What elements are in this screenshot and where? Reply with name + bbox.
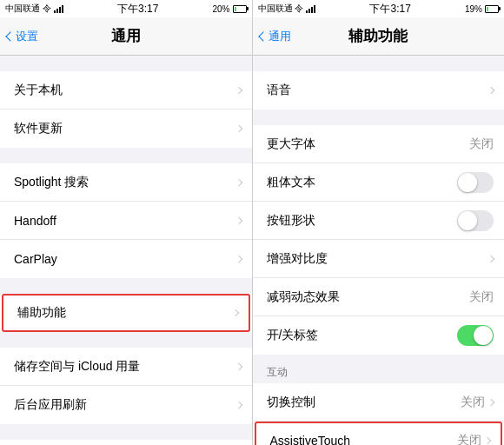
right-item-contrast[interactable]: 增强对比度 [253, 240, 505, 278]
right-section-voice: 语音 [253, 71, 505, 110]
right-item-reducemotion-right: 关闭 [469, 289, 494, 305]
right-item-assistivetouch-label: AssistiveTouch [270, 434, 351, 445]
right-panel: 中国联通 令 下午3:17 19% 通用 辅助功能 [253, 0, 505, 445]
left-list-section-3: 辅助功能 [0, 294, 252, 332]
right-item-fontsize-value: 关闭 [469, 136, 494, 152]
right-item-buttonshape[interactable]: 按钮形状 [253, 202, 505, 240]
left-item-about-right [236, 88, 242, 93]
signal-bar-1 [306, 10, 308, 13]
right-item-assistivetouch[interactable]: AssistiveTouch 关闭 [255, 422, 503, 445]
signal-bar-4 [314, 5, 315, 13]
left-list-section-1: 关于本机 软件更新 [0, 71, 252, 148]
signal-bar-3 [59, 7, 61, 13]
right-section-display: 更大字体 关闭 粗体文本 按钮形状 [253, 125, 505, 355]
chevron-right-icon [235, 402, 242, 408]
right-item-voice-label: 语音 [267, 83, 291, 98]
signal-bar-2 [308, 9, 310, 13]
right-item-voice-right [488, 88, 494, 93]
left-item-update-label: 软件更新 [14, 121, 63, 136]
right-item-fontsize[interactable]: 更大字体 关闭 [253, 125, 505, 163]
left-back-label: 设置 [16, 29, 38, 44]
right-item-contrast-label: 增强对比度 [267, 251, 328, 267]
left-status-left: 中国联通 令 [5, 3, 63, 15]
left-signal [54, 5, 63, 13]
left-gap-top [0, 56, 252, 71]
left-item-carplay-label: CarPlay [14, 252, 57, 266]
right-boldtext-toggle[interactable] [457, 172, 494, 193]
left-item-handoff[interactable]: Handoff [0, 202, 252, 240]
left-item-carplay-right [236, 256, 242, 262]
right-item-buttonshape-label: 按钮形状 [267, 213, 315, 229]
chevron-right-icon [235, 125, 242, 132]
right-time: 下午3:17 [369, 2, 410, 17]
right-status-right: 19% [465, 4, 499, 14]
left-item-bgrefresh[interactable]: 后台应用刷新 [0, 386, 252, 424]
right-item-voice[interactable]: 语音 [253, 71, 505, 110]
right-item-boldtext-right [457, 172, 494, 193]
right-gap-top [253, 56, 505, 71]
right-item-assistivetouch-value: 关闭 [457, 433, 481, 445]
right-item-switchcontrol[interactable]: 切换控制 关闭 [253, 383, 505, 422]
left-status-right: 20% [212, 4, 246, 14]
left-list-section-5: 访问限制 关闭 [0, 440, 252, 445]
right-item-reducemotion-label: 减弱动态效果 [267, 289, 340, 305]
signal-bar-4 [62, 5, 63, 13]
right-status-bar: 中国联通 令 下午3:17 19% [253, 0, 505, 17]
chevron-right-icon [484, 437, 491, 444]
left-back-button[interactable]: 设置 [7, 29, 38, 44]
chevron-right-icon [487, 87, 494, 94]
chevron-right-icon [235, 256, 242, 262]
left-nav-bar: 设置 通用 [0, 17, 252, 56]
chevron-right-icon [235, 178, 242, 185]
right-nav-bar: 通用 辅助功能 [253, 17, 505, 56]
left-nav-title: 通用 [111, 26, 141, 46]
right-item-buttonshape-right [457, 210, 494, 231]
right-battery-fill [487, 7, 488, 11]
right-item-fontsize-right: 关闭 [469, 136, 494, 152]
right-item-onofflabel-right [457, 325, 494, 346]
left-back-chevron-icon [5, 31, 15, 41]
left-status-bar: 中国联通 令 下午3:17 20% [0, 0, 252, 17]
right-section-header-interaction: 互动 [253, 360, 505, 383]
left-item-accessibility-right [233, 310, 238, 315]
right-back-button[interactable]: 通用 [260, 29, 291, 44]
right-scroll-area: 语音 更大字体 关闭 粗体文本 [253, 56, 505, 445]
right-onofflabel-toggle[interactable] [457, 325, 494, 346]
left-panel: 中国联通 令 下午3:17 20% 设置 通用 关于本机 [0, 0, 252, 445]
right-carrier: 中国联通 令 [258, 3, 304, 15]
left-item-storage-label: 储存空间与 iCloud 用量 [14, 359, 140, 375]
left-list-section-4: 储存空间与 iCloud 用量 后台应用刷新 [0, 348, 252, 424]
right-item-reducemotion[interactable]: 减弱动态效果 关闭 [253, 278, 505, 316]
left-item-storage-right [236, 364, 242, 369]
left-item-accessibility[interactable]: 辅助功能 [2, 294, 250, 332]
signal-bar-3 [311, 7, 313, 13]
right-buttonshape-toggle-knob [458, 211, 477, 230]
right-gap-2 [253, 110, 505, 125]
chevron-right-icon [235, 362, 242, 369]
right-back-label: 通用 [269, 29, 291, 44]
left-gap-5 [0, 424, 252, 440]
left-item-storage[interactable]: 储存空间与 iCloud 用量 [0, 348, 252, 386]
right-item-onofflabel[interactable]: 开/关标签 [253, 316, 505, 355]
signal-bar-2 [56, 9, 58, 13]
left-item-about-label: 关于本机 [14, 83, 63, 98]
right-item-onofflabel-label: 开/关标签 [267, 328, 319, 343]
left-item-update[interactable]: 软件更新 [0, 110, 252, 148]
left-item-spotlight[interactable]: Spotlight 搜索 [0, 163, 252, 202]
left-item-carplay[interactable]: CarPlay [0, 240, 252, 278]
left-item-accessibility-label: 辅助功能 [17, 305, 66, 321]
left-battery-icon [233, 5, 247, 13]
chevron-right-icon [487, 255, 494, 262]
right-item-boldtext[interactable]: 粗体文本 [253, 163, 505, 202]
left-item-restrictions[interactable]: 访问限制 关闭 [0, 440, 252, 445]
chevron-right-icon [487, 398, 494, 405]
left-item-handoff-label: Handoff [14, 214, 56, 228]
left-item-about[interactable]: 关于本机 [0, 71, 252, 110]
right-item-assistivetouch-right: 关闭 [457, 433, 490, 445]
left-battery-text: 20% [212, 4, 229, 14]
right-item-switchcontrol-value: 关闭 [461, 395, 485, 410]
right-battery-icon [485, 5, 499, 13]
right-buttonshape-toggle[interactable] [457, 210, 494, 231]
right-signal [306, 5, 315, 13]
left-item-spotlight-right [236, 180, 242, 185]
